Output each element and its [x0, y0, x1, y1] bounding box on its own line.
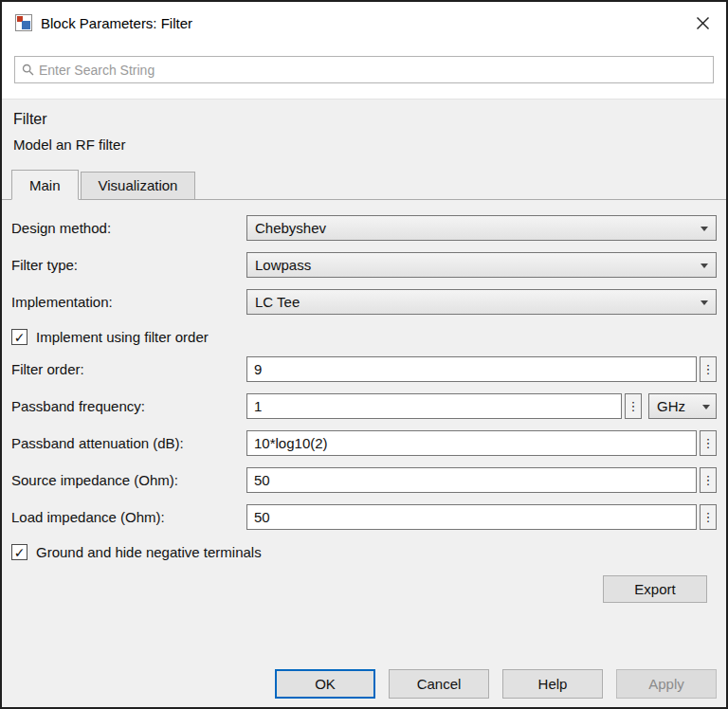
search-box [14, 56, 714, 83]
ellipsis-icon: ⋮ [628, 400, 640, 412]
load-impedance-label: Load impedance (Ohm): [11, 509, 246, 525]
ok-button[interactable]: OK [275, 669, 375, 699]
export-button[interactable]: Export [603, 575, 707, 603]
passband-attenuation-label: Passband attenuation (dB): [11, 435, 246, 451]
dialog-footer: OK Cancel Help Apply [2, 662, 726, 707]
ellipsis-icon: ⋮ [702, 511, 715, 523]
check-icon: ✓ [14, 331, 26, 344]
help-button[interactable]: Help [502, 669, 603, 699]
passband-frequency-unit-value: GHz [657, 398, 685, 414]
source-impedance-edit-button[interactable]: ⋮ [700, 467, 717, 493]
implement-order-label: Implement using filter order [36, 329, 209, 345]
passband-frequency-label: Passband frequency: [11, 398, 246, 414]
search-section [2, 44, 726, 99]
ground-hide-label: Ground and hide negative terminals [36, 544, 262, 560]
passband-attenuation-edit-button[interactable]: ⋮ [700, 430, 717, 456]
filter-order-input[interactable] [246, 356, 697, 382]
passband-frequency-edit-button[interactable]: ⋮ [625, 393, 642, 419]
source-impedance-input[interactable] [246, 467, 697, 493]
design-method-value: Chebyshev [255, 220, 326, 236]
filter-order-edit-button[interactable]: ⋮ [700, 356, 717, 382]
filter-type-dropdown[interactable]: Lowpass [246, 252, 717, 278]
search-input[interactable] [39, 63, 706, 78]
load-impedance-edit-button[interactable]: ⋮ [700, 504, 717, 530]
load-impedance-input[interactable] [246, 504, 697, 530]
filter-order-label: Filter order: [11, 361, 246, 377]
export-row: Export [11, 560, 717, 603]
tab-visualization[interactable]: Visualization [81, 172, 196, 199]
row-design-method: Design method: Chebyshev [11, 215, 717, 241]
apply-button[interactable]: Apply [616, 669, 717, 699]
close-icon [696, 16, 710, 30]
block-parameters-dialog: Block Parameters: Filter Filter Model an… [0, 0, 728, 709]
ellipsis-icon: ⋮ [702, 363, 715, 375]
ellipsis-icon: ⋮ [702, 474, 715, 486]
block-title: Filter [13, 111, 715, 128]
implementation-value: LC Tee [255, 294, 300, 310]
row-filter-order: Filter order: ⋮ [11, 356, 717, 382]
row-passband-attenuation: Passband attenuation (dB): ⋮ [11, 430, 717, 456]
window-title: Block Parameters: Filter [41, 15, 692, 31]
design-method-label: Design method: [11, 220, 246, 236]
design-method-dropdown[interactable]: Chebyshev [246, 215, 717, 241]
row-implementation: Implementation: LC Tee [11, 289, 717, 315]
chevron-down-icon [702, 405, 710, 409]
passband-frequency-unit-dropdown[interactable]: GHz [648, 393, 717, 419]
filter-type-value: Lowpass [255, 257, 311, 273]
tab-bar: Main Visualization [2, 156, 726, 200]
passband-attenuation-input[interactable] [246, 430, 697, 456]
implementation-label: Implementation: [11, 294, 246, 310]
check-icon: ✓ [14, 546, 26, 559]
ellipsis-icon: ⋮ [702, 437, 715, 449]
chevron-down-icon [701, 227, 708, 231]
row-ground-hide: ✓ Ground and hide negative terminals [11, 544, 717, 560]
row-passband-frequency: Passband frequency: ⋮ GHz [11, 393, 717, 419]
close-button[interactable] [692, 12, 713, 33]
chevron-down-icon [701, 300, 708, 305]
cancel-button[interactable]: Cancel [389, 669, 489, 699]
row-source-impedance: Source impedance (Ohm): ⋮ [11, 467, 717, 493]
implementation-dropdown[interactable]: LC Tee [246, 289, 717, 315]
mask-header: Filter Model an RF filter [2, 99, 726, 156]
source-impedance-label: Source impedance (Ohm): [11, 472, 246, 488]
simulink-block-icon [15, 14, 32, 31]
tab-main[interactable]: Main [11, 170, 79, 200]
filter-type-label: Filter type: [11, 257, 246, 273]
title-bar: Block Parameters: Filter [2, 2, 726, 44]
block-description: Model an RF filter [13, 136, 715, 153]
row-filter-type: Filter type: Lowpass [11, 252, 717, 278]
passband-frequency-input[interactable] [246, 393, 622, 419]
search-icon [22, 64, 34, 76]
ground-hide-checkbox[interactable]: ✓ [11, 544, 27, 560]
row-implement-order: ✓ Implement using filter order [11, 329, 717, 345]
row-load-impedance: Load impedance (Ohm): ⋮ [11, 504, 717, 530]
implement-order-checkbox[interactable]: ✓ [11, 329, 27, 345]
chevron-down-icon [701, 264, 708, 268]
parameters-form: Design method: Chebyshev Filter type: Lo… [2, 200, 726, 603]
